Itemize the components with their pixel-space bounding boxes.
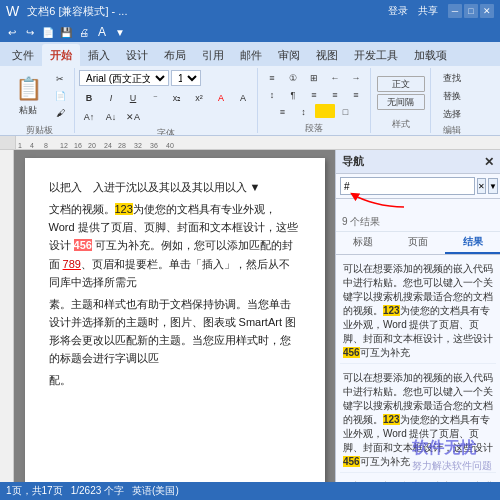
status-bar: 1页，共17页 1/2623 个字 英语(美国) (0, 482, 500, 500)
editing-content: 查找 替换 选择 (435, 70, 469, 122)
bold-btn[interactable]: B (79, 90, 99, 106)
qa-undo[interactable]: ↩ (4, 24, 20, 40)
tab-review[interactable]: 审阅 (270, 44, 308, 66)
editing-group: 查找 替换 选择 编辑 (431, 68, 473, 133)
para-group: ≡ ① ⊞ ← → ↕ ¶ ≡ ≡ ≡ ≡ ↕ □ 段落 (258, 68, 371, 133)
close-btn[interactable]: ✕ (480, 4, 494, 18)
align-center-btn[interactable]: ≡ (325, 87, 345, 103)
highlight-123: 123 (115, 203, 133, 215)
nav-close-btn[interactable]: ✕ (484, 155, 494, 169)
tab-mailings[interactable]: 邮件 (232, 44, 270, 66)
maximize-btn[interactable]: □ (464, 4, 478, 18)
share-btn[interactable]: 共享 (418, 4, 438, 18)
font-family-select[interactable]: Arial (西文正文 (79, 70, 169, 86)
para-row2: ↕ ¶ ≡ ≡ ≡ (262, 87, 366, 103)
nav-r2-h1: 123 (383, 414, 400, 425)
ruler-num: 12 (60, 142, 68, 149)
qa-dropdown[interactable]: ▼ (112, 24, 128, 40)
nav-result-1[interactable]: 可以在想要添加的视频的嵌入代码中进行粘贴。您也可以键入一个关键字以搜索机搜索最适… (340, 259, 496, 364)
nav-search-close-btn[interactable]: ✕ (477, 178, 486, 194)
ruler-num: 4 (30, 142, 34, 149)
nav-search-go-btn[interactable]: ▼ (488, 178, 498, 194)
clipboard-content: 📋 粘贴 ✂ 📄 🖌 (8, 70, 70, 122)
styles-label: 样式 (392, 118, 410, 131)
shading-btn[interactable] (315, 104, 335, 118)
document-area[interactable]: 以把入 入进于沈以及其以及其以用以入 ▼ 文档的视频。123为使您的文档具有专业… (14, 150, 335, 482)
fonthighlight-btn[interactable]: A (233, 90, 253, 106)
clipboard-small: ✂ 📄 🖌 (50, 71, 70, 121)
italic-btn[interactable]: I (101, 90, 121, 106)
align-left-btn[interactable]: ≡ (304, 87, 324, 103)
paste-btn[interactable]: 📋 粘贴 (8, 70, 48, 122)
nav-tab-results[interactable]: 结果 (445, 232, 500, 254)
linespacing-btn[interactable]: ↕ (294, 104, 314, 120)
tab-view[interactable]: 视图 (308, 44, 346, 66)
font-row1: Arial (西文正文 11 (79, 70, 201, 86)
align-right-btn[interactable]: ≡ (346, 87, 366, 103)
qa-new[interactable]: 📄 (40, 24, 56, 40)
ruler-num: 8 (44, 142, 48, 149)
doc-paragraph-0: 以把入 入进于沈以及其以及其以用以入 ▼ (49, 178, 301, 196)
fontsize-inc-btn[interactable]: A↑ (79, 109, 99, 125)
border-btn[interactable]: □ (336, 104, 356, 120)
ruler-num: 28 (118, 142, 126, 149)
arrow-annotation (344, 191, 424, 211)
para-row1: ≡ ① ⊞ ← → (262, 70, 366, 86)
strikethrough-btn[interactable]: ⁻ (145, 90, 165, 106)
cut-btn[interactable]: ✂ (50, 71, 70, 87)
word-logo: W (6, 3, 19, 19)
numbering-btn[interactable]: ① (283, 70, 303, 86)
nav-result-2[interactable]: 可以在想要添加的视频的嵌入代码中进行粘贴。您也可以键入一个关键字以搜索机搜索最适… (340, 368, 496, 473)
styles-gallery-btn[interactable]: 无间隔 (377, 94, 425, 110)
tab-addins[interactable]: 加载项 (406, 44, 455, 66)
justify-btn[interactable]: ≡ (273, 104, 293, 120)
nav-results-count: 9 个结果 (336, 213, 500, 232)
tab-home[interactable]: 开始 (42, 44, 80, 66)
qa-print[interactable]: 🖨 (76, 24, 92, 40)
tab-references[interactable]: 引用 (194, 44, 232, 66)
subscript-btn[interactable]: x₂ (167, 90, 187, 106)
document-page[interactable]: 以把入 入进于沈以及其以及其以用以入 ▼ 文档的视频。123为使您的文档具有专业… (25, 158, 325, 482)
select-btn[interactable]: 选择 (435, 106, 469, 122)
bullets-btn[interactable]: ≡ (262, 70, 282, 86)
indent-dec-btn[interactable]: ← (325, 70, 345, 86)
status-words: 1/2623 个字 (71, 484, 124, 498)
nav-content[interactable]: 可以在想要添加的视频的嵌入代码中进行粘贴。您也可以键入一个关键字以搜索机搜索最适… (336, 255, 500, 482)
tab-developer[interactable]: 开发工具 (346, 44, 406, 66)
status-page: 1页，共17页 (6, 484, 63, 498)
clear-format-btn[interactable]: ✕A (123, 109, 143, 125)
tab-design[interactable]: 设计 (118, 44, 156, 66)
indent-inc-btn[interactable]: → (346, 70, 366, 86)
fontcolor-btn[interactable]: A (211, 90, 231, 106)
ruler-corner (0, 136, 16, 150)
tab-insert[interactable]: 插入 (80, 44, 118, 66)
superscript-btn[interactable]: x² (189, 90, 209, 106)
find-btn[interactable]: 查找 (435, 70, 469, 86)
ruler-num: 36 (150, 142, 158, 149)
fontsize-dec-btn[interactable]: A↓ (101, 109, 121, 125)
replace-btn[interactable]: 替换 (435, 88, 469, 104)
style-normal-btn[interactable]: 正文 (377, 76, 425, 92)
title-bar-left: W 文档6 [兼容模式] - ... (6, 3, 127, 19)
font-group: Arial (西文正文 11 B I U ⁻ x₂ x² A A A↑ A↓ ✕… (75, 68, 258, 133)
navigation-panel: 导航 ✕ ✕ ▼ 9 个结果 标题 页面 结果 (335, 150, 500, 482)
format-painter-btn[interactable]: 🖌 (50, 105, 70, 121)
tab-file[interactable]: 文件 (4, 44, 42, 66)
font-row3: A↑ A↓ ✕A (79, 109, 143, 125)
qa-save[interactable]: 💾 (58, 24, 74, 40)
copy-btn[interactable]: 📄 (50, 88, 70, 104)
qa-search[interactable]: A (94, 24, 110, 40)
font-size-select[interactable]: 11 (171, 70, 201, 86)
underline-btn[interactable]: U (123, 90, 143, 106)
sort-btn[interactable]: ↕ (262, 87, 282, 103)
tab-layout[interactable]: 布局 (156, 44, 194, 66)
minimize-btn[interactable]: ─ (448, 4, 462, 18)
nav-tab-headings[interactable]: 标题 (336, 232, 391, 254)
show-marks-btn[interactable]: ¶ (283, 87, 303, 103)
multilevel-btn[interactable]: ⊞ (304, 70, 324, 86)
nav-tabs: 标题 页面 结果 (336, 232, 500, 255)
horizontal-ruler: 1 4 8 12 16 20 24 28 32 36 40 (16, 136, 500, 150)
qa-redo[interactable]: ↪ (22, 24, 38, 40)
nav-tab-pages[interactable]: 页面 (391, 232, 446, 254)
login-btn[interactable]: 登录 (388, 4, 408, 18)
